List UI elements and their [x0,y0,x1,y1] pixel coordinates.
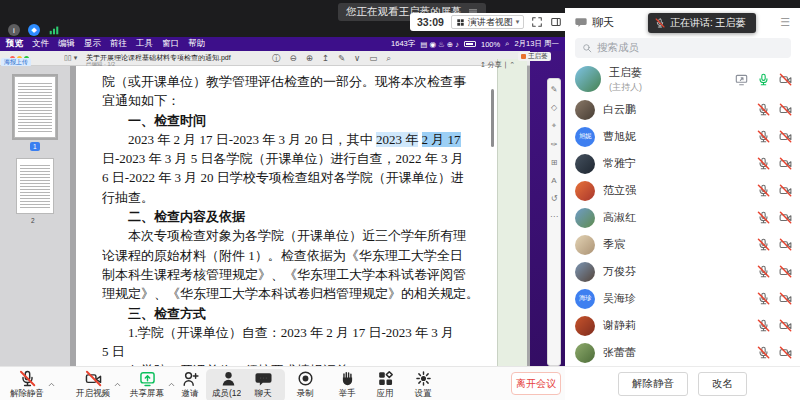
pdf-document-text: 院（或开课单位）教学管理评估检查的一部分。现将本次检查事宜通知如下：一、检查时间… [76,66,497,366]
page-thumbnail-1[interactable] [14,76,56,138]
camera-off-icon[interactable] [779,211,792,224]
shape-icon[interactable]: ◇ [551,103,557,112]
info-icon[interactable]: ⓘ [272,53,281,65]
avatar: 海珍 [575,289,595,309]
member-row[interactable]: 高淑红 [565,204,800,231]
sidebar-toggle-icon[interactable]: ▯▯ ▾ [64,54,77,62]
member-row[interactable]: 王启蒌(主持人) [565,62,800,96]
member-name: 高淑红 [603,210,636,225]
meeting-toolbar: 离开会议 解除静音开启视频共享屏幕邀请成员(12)聊天录制举手应用设置 [0,366,565,400]
toolbar-label: 举手 [339,388,356,400]
member-row[interactable]: 谢静莉 [565,312,800,339]
avatar [575,100,595,120]
markup-icon[interactable]: ✎ [338,53,345,65]
member-row[interactable]: 白云鹏 [565,96,800,123]
member-row[interactable]: 张蕾蕾 [565,339,800,366]
camera-off-icon[interactable] [779,130,792,143]
share-chip[interactable]: ↥ 分享 ∣ ⌃ [480,60,515,70]
mic-on-icon[interactable] [757,73,770,86]
camera-off-icon[interactable] [779,184,792,197]
avatar [575,208,595,228]
rename-button[interactable]: 改名 [698,372,747,396]
mic-off-icon[interactable] [757,265,770,278]
menu-5[interactable]: 工具 [136,38,153,50]
leave-meeting-button[interactable]: 离开会议 [511,372,561,395]
record-icon [297,370,314,387]
meeting-info-icon[interactable]: i [8,24,20,36]
mic-off-icon[interactable] [757,184,770,197]
pen-icon[interactable]: ✎ [551,85,558,94]
camera-off-icon[interactable] [779,265,792,278]
menu-7[interactable]: 帮助 [188,38,205,50]
toolbar-label: 应用 [377,388,394,400]
pop-out-window-icon[interactable] [550,16,562,28]
menu-2[interactable]: 编辑 [58,38,75,50]
camera-off-icon[interactable] [779,346,792,359]
camera-off-icon[interactable] [779,292,792,305]
mic-off-icon[interactable] [757,319,770,332]
mic-off-icon[interactable] [757,130,770,143]
scrollbar[interactable] [491,89,494,147]
mic-off-icon[interactable] [757,211,770,224]
member-row[interactable]: 季宸 [565,231,800,258]
camera-off-icon[interactable] [779,73,792,86]
search-member-box[interactable]: 搜索成员 [575,38,791,58]
word-count: 1643字 [391,39,415,49]
mic-off-icon[interactable] [757,238,770,251]
speaking-text: 正在讲话: 王启蒌 [670,16,746,30]
page-thumbnail-2[interactable] [16,158,54,214]
view-mode-dropdown[interactable]: 演讲者视图 ▾ [451,15,525,29]
mic-off-icon[interactable] [757,292,770,305]
zoom-out-icon[interactable]: ⊖ [290,53,297,65]
panel-title: 聊天 [592,15,614,30]
member-row[interactable]: 常雅宁 [565,150,800,177]
mic-off-icon[interactable] [757,103,770,116]
toolbar-gear-button[interactable]: 设置 [393,370,453,400]
document-line: 二、检查内容及依据 [102,207,483,226]
pdf-page: 院（或开课单位）教学管理评估检查的一部分。现将本次检查事宜通知如下：一、检查时间… [76,66,497,366]
dropdown-icon[interactable]: ∨ [354,53,360,65]
menu-4[interactable]: 前往 [110,38,127,50]
camera-off-icon[interactable] [779,319,792,332]
menu-1[interactable]: 文件 [32,38,49,50]
signature-icon[interactable]: ✑ [551,140,558,149]
mic-off-icon[interactable] [757,346,770,359]
search-icon[interactable]: ⌕ [386,53,391,65]
spotlight-icon[interactable]: ⌕ [505,39,509,49]
rotate-icon[interactable]: ↺ [551,194,558,203]
screen-share-icon[interactable] [735,73,748,86]
page-icon[interactable]: ▭ [369,53,377,65]
panel-menu-icon[interactable]: ☰ [780,16,790,29]
person-icon [220,370,237,387]
text-icon[interactable]: A [551,176,556,185]
camera-off-icon[interactable] [779,238,792,251]
menu-0[interactable]: 预览 [6,38,23,50]
menu-3[interactable]: 显示 [84,38,101,50]
meeting-app-icon[interactable]: ◆ [28,24,40,36]
member-row[interactable]: 范立强 [565,177,800,204]
document-line: 日-2023 年 3 月 5 日各学院（开课单位）进行自查，2022 年 3 月 [102,149,483,168]
member-row[interactable]: 海珍吴海珍 [565,285,800,312]
member-name: 常雅宁 [603,156,636,171]
grid-icon[interactable]: ⊞ [551,158,558,167]
fullscreen-icon[interactable] [531,16,543,28]
document-line: 行抽查。 [102,188,483,207]
avatar [575,316,595,336]
menu-6[interactable]: 窗口 [162,38,179,50]
member-row[interactable]: 旭妮曹旭妮 [565,123,800,150]
share-up-icon[interactable]: ↥ [322,53,329,65]
zoom-in-icon[interactable]: ⊕ [306,53,313,65]
camera-off-icon[interactable] [779,157,792,170]
target-icon[interactable]: ⌖ [552,121,557,131]
camera-off-icon[interactable] [779,103,792,116]
avatar [575,154,595,174]
view-toolbar: 33:09 演讲者视图 ▾ [410,13,565,31]
unmute-button[interactable]: 解除静音 [618,372,688,396]
network-signal-icon[interactable] [48,24,60,36]
mic-off-icon[interactable] [757,157,770,170]
chevron-up-icon[interactable] [47,375,56,393]
member-row[interactable]: 万俊芬 [565,258,800,285]
more-icon[interactable]: ⋯ [550,212,558,221]
search-placeholder: 搜索成员 [597,41,639,55]
toolbar-label: 设置 [415,388,432,400]
